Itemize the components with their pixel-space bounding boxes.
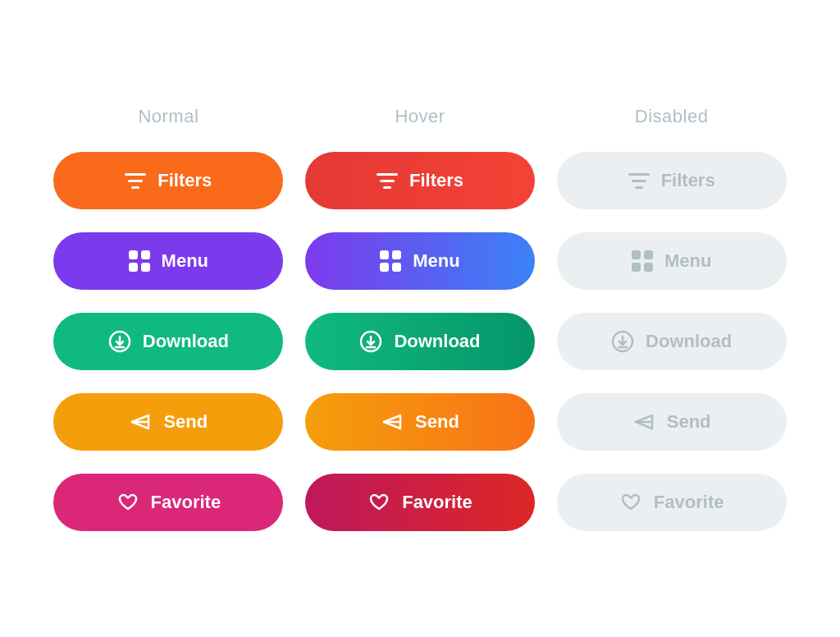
- favorite-normal-label: Favorite: [151, 492, 221, 513]
- grid-hover-icon: [380, 250, 401, 272]
- menu-hover-button[interactable]: Menu: [305, 232, 535, 290]
- menu-normal-label: Menu: [162, 250, 208, 272]
- download-hover-button[interactable]: Download: [305, 313, 535, 370]
- heart-hover-icon: [368, 491, 390, 514]
- filters-normal-cell: Filters: [43, 152, 294, 209]
- menu-disabled-cell: Menu: [546, 232, 797, 290]
- filters-normal-label: Filters: [158, 170, 212, 191]
- favorite-hover-button[interactable]: Favorite: [305, 474, 535, 531]
- column-headers: Normal Hover Disabled: [43, 106, 797, 127]
- send-hover-cell: Send: [294, 393, 546, 451]
- main-container: Normal Hover Disabled Filters: [26, 73, 814, 564]
- menu-hover-label: Menu: [413, 250, 459, 272]
- send-hover-icon: [381, 410, 404, 433]
- filter-icon: [125, 173, 146, 189]
- filters-normal-button[interactable]: Filters: [53, 152, 283, 209]
- menu-normal-cell: Menu: [43, 232, 294, 290]
- download-normal-cell: Download: [43, 313, 294, 370]
- send-normal-label: Send: [163, 411, 208, 433]
- send-hover-button[interactable]: Send: [305, 393, 535, 451]
- send-normal-cell: Send: [43, 393, 294, 451]
- favorite-disabled-button: Favorite: [557, 474, 787, 531]
- favorite-normal-cell: Favorite: [43, 474, 294, 531]
- send-disabled-label: Send: [667, 411, 711, 433]
- favorite-hover-cell: Favorite: [294, 474, 546, 531]
- menu-disabled-button: Menu: [557, 232, 787, 290]
- send-disabled-button: Send: [557, 393, 787, 451]
- download-normal-button[interactable]: Download: [53, 313, 283, 370]
- filters-hover-label: Filters: [409, 170, 463, 191]
- filters-hover-button[interactable]: Filters: [305, 152, 535, 209]
- send-disabled-cell: Send: [546, 393, 797, 451]
- filters-disabled-button: Filters: [557, 152, 787, 209]
- send-hover-label: Send: [415, 411, 459, 433]
- download-normal-icon: [108, 330, 131, 353]
- menu-disabled-label: Menu: [664, 250, 711, 272]
- normal-header: Normal: [43, 106, 294, 127]
- download-hover-label: Download: [394, 331, 480, 352]
- buttons-grid: Filters Filters: [43, 152, 797, 531]
- download-normal-label: Download: [143, 331, 229, 352]
- menu-normal-button[interactable]: Menu: [53, 232, 283, 290]
- grid-disabled-icon: [632, 250, 653, 272]
- favorite-hover-label: Favorite: [402, 492, 472, 513]
- send-normal-icon: [129, 410, 152, 433]
- filters-hover-cell: Filters: [294, 152, 546, 209]
- hover-header: Hover: [294, 106, 546, 127]
- download-disabled-cell: Download: [546, 313, 797, 370]
- heart-normal-icon: [116, 491, 139, 514]
- menu-hover-cell: Menu: [294, 232, 546, 290]
- download-disabled-button: Download: [557, 313, 787, 370]
- favorite-disabled-cell: Favorite: [546, 474, 797, 531]
- disabled-header: Disabled: [546, 106, 797, 127]
- grid-normal-icon: [129, 250, 150, 272]
- send-normal-button[interactable]: Send: [53, 393, 283, 451]
- favorite-normal-button[interactable]: Favorite: [53, 474, 283, 531]
- download-hover-icon: [359, 330, 382, 353]
- download-disabled-icon: [611, 330, 634, 353]
- favorite-disabled-label: Favorite: [654, 492, 724, 513]
- filters-disabled-label: Filters: [661, 170, 715, 191]
- filter-disabled-icon: [628, 173, 650, 189]
- filter-hover-icon: [377, 173, 398, 189]
- send-disabled-icon: [632, 410, 655, 433]
- download-hover-cell: Download: [294, 313, 546, 370]
- filters-disabled-cell: Filters: [546, 152, 797, 209]
- download-disabled-label: Download: [646, 331, 732, 352]
- heart-disabled-icon: [619, 491, 642, 514]
